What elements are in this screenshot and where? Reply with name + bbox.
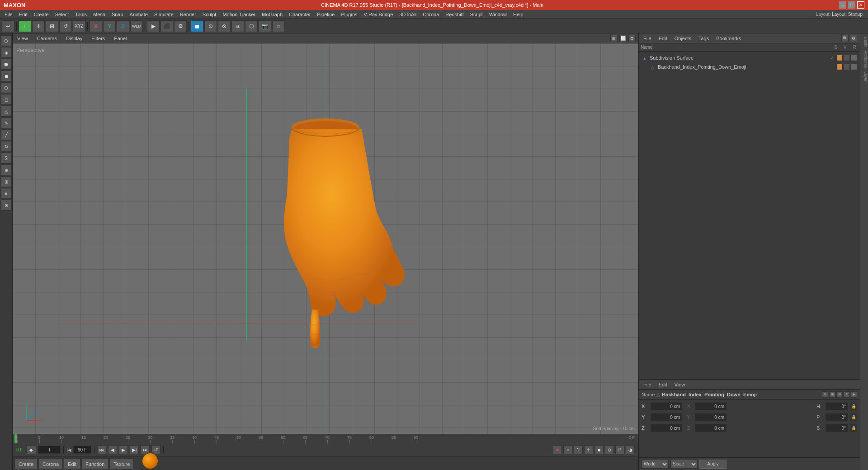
menu-redshift[interactable]: Redshift — [443, 10, 466, 19]
z-lock-btn[interactable]: 🔒 — [850, 424, 857, 432]
x-position-input[interactable] — [651, 402, 682, 410]
obj-menu-file[interactable]: File — [642, 36, 653, 41]
attr-icon-4[interactable]: ↻ — [844, 391, 850, 398]
render-view-btn[interactable]: ⬛ — [160, 20, 173, 32]
attr-icon-5[interactable]: ▶ — [851, 391, 857, 398]
obj-menu-tags[interactable]: Tags — [697, 36, 711, 41]
x-lock-btn[interactable]: 🔒 — [850, 402, 857, 410]
b-rotation-input[interactable] — [826, 424, 848, 432]
scale-tool[interactable]: ⊞ — [46, 20, 58, 32]
vp-fullscreen-btn[interactable]: ⬜ — [619, 35, 627, 42]
undo-button[interactable]: ↩ — [2, 20, 14, 32]
viewport-menu-filters[interactable]: Filters — [90, 36, 107, 41]
menu-sculpt[interactable]: Sculpt — [200, 10, 219, 19]
auto-key-btn[interactable]: ○ — [563, 445, 572, 454]
menu-script[interactable]: Script — [467, 10, 486, 19]
y-position-input[interactable] — [651, 413, 682, 421]
left-tool-9[interactable]: ╱ — [1, 129, 12, 140]
left-tool-13[interactable]: ⊞ — [1, 176, 12, 187]
obj-settings-btn[interactable]: ⚙ — [850, 35, 857, 42]
left-tool-10[interactable]: ↻ — [1, 141, 12, 152]
left-tool-1[interactable]: ⬡ — [1, 35, 12, 46]
y-axis-btn[interactable]: Y — [103, 20, 116, 32]
key-settings-btn[interactable]: ? — [574, 445, 583, 454]
menu-plugins[interactable]: Plugins — [338, 10, 360, 19]
play-btn[interactable]: ▶ — [119, 445, 128, 454]
light-btn[interactable]: ☼ — [272, 20, 285, 32]
menu-3dtoall[interactable]: 3DToAll — [396, 10, 419, 19]
menu-pipeline[interactable]: Pipeline — [314, 10, 337, 19]
menu-snap[interactable]: Snap — [109, 10, 126, 19]
next-key-btn[interactable]: ⊙ — [605, 445, 614, 454]
scene-btn[interactable]: ⬡ — [245, 20, 258, 32]
left-tool-3[interactable]: ⬢ — [1, 59, 12, 70]
attr-icon-1[interactable]: ≡ — [822, 391, 828, 398]
render-settings-btn[interactable]: ⚙ — [174, 20, 187, 32]
menu-edit[interactable]: Edit — [16, 10, 30, 19]
left-tool-11[interactable]: S — [1, 153, 12, 164]
x-size-input[interactable] — [695, 402, 726, 410]
left-tool-6[interactable]: ◻ — [1, 94, 12, 105]
obj-menu-edit[interactable]: Edit — [657, 36, 669, 41]
camera-btn[interactable]: 📷 — [259, 20, 271, 32]
menu-file[interactable]: File — [2, 10, 15, 19]
new-button[interactable]: + — [19, 20, 31, 32]
menu-motiontracker[interactable]: Motion Tracker — [220, 10, 258, 19]
keyframe-btn[interactable]: ◆ — [26, 445, 36, 454]
apply-button[interactable]: Apply — [699, 460, 726, 469]
nurbs-btn[interactable]: ⊗ — [218, 20, 231, 32]
maximize-button[interactable]: □ — [848, 1, 855, 9]
left-tool-7[interactable]: △ — [1, 106, 12, 117]
menu-corona[interactable]: Corona — [420, 10, 442, 19]
mat-tab-function[interactable]: Function — [81, 458, 108, 469]
attr-icon-2[interactable]: ⊞ — [829, 391, 835, 398]
mat-tab-create[interactable]: Create — [14, 458, 38, 469]
world-btn[interactable]: WLD — [130, 20, 143, 32]
scale-select[interactable]: Scale — [670, 460, 698, 469]
render-btn[interactable]: ▶ — [147, 20, 160, 32]
menu-animate[interactable]: Animate — [127, 10, 151, 19]
object-backhand-mesh[interactable]: △ Backhand_Index_Pointing_Down_Emoji — [641, 62, 858, 71]
left-tool-5[interactable]: ⬡ — [1, 82, 12, 93]
menu-window[interactable]: Window — [486, 10, 509, 19]
menu-render[interactable]: Render — [177, 10, 199, 19]
viewport-menu-panel[interactable]: Panel — [112, 36, 128, 41]
attr-menu-view[interactable]: View — [673, 382, 687, 387]
prev-frame-btn[interactable]: ◀ — [108, 445, 117, 454]
attr-menu-file[interactable]: File — [642, 382, 653, 387]
viewport-menu-view[interactable]: View — [15, 36, 30, 41]
object-subdivision-surface[interactable]: ▲ Subdivision Surface ✓ — [641, 53, 858, 62]
deform-btn[interactable]: ≋ — [231, 20, 244, 32]
vp-layout-btn[interactable]: ⊞ — [610, 35, 618, 42]
menu-vray[interactable]: V-Ray Bridge — [361, 10, 396, 19]
h-rotation-input[interactable] — [826, 402, 848, 410]
cube-btn[interactable]: ◼ — [191, 20, 203, 32]
p-rotation-input[interactable] — [826, 413, 848, 421]
remove-keyframe-btn[interactable]: ■ — [594, 445, 604, 454]
left-tool-15[interactable]: ⊗ — [1, 200, 12, 211]
left-tool-2[interactable]: ◈ — [1, 47, 12, 58]
z-size-input[interactable] — [695, 424, 726, 432]
axis-tool[interactable]: XYZ — [73, 20, 85, 32]
close-button[interactable]: ✕ — [857, 1, 864, 9]
attr-menu-edit[interactable]: Edit — [657, 382, 669, 387]
left-tool-12[interactable]: ⊕ — [1, 164, 12, 175]
far-tab-basic[interactable]: Basic — [861, 35, 868, 49]
viewport-canvas[interactable]: Perspective — [13, 43, 638, 434]
y-lock-btn[interactable]: 🔒 — [850, 413, 857, 421]
end-frame-input[interactable] — [73, 446, 91, 454]
menu-simulate[interactable]: Simulate — [151, 10, 176, 19]
obj-menu-objects[interactable]: Objects — [673, 36, 693, 41]
z-position-input[interactable] — [651, 424, 682, 432]
add-keyframe-btn[interactable]: ✛ — [584, 445, 593, 454]
viewport-menu-display[interactable]: Display — [64, 36, 84, 41]
menu-tools[interactable]: Tools — [72, 10, 90, 19]
menu-mesh[interactable]: Mesh — [90, 10, 108, 19]
record-btn[interactable]: ● — [553, 445, 562, 454]
left-tool-14[interactable]: ≡ — [1, 188, 12, 199]
obj-search-btn[interactable]: 🔍 — [841, 35, 849, 42]
y-size-input[interactable] — [695, 413, 726, 421]
attr-icon-3[interactable]: ≋ — [836, 391, 843, 398]
rotate-tool[interactable]: ↺ — [59, 20, 72, 32]
mat-tab-corona[interactable]: Corona — [38, 458, 63, 469]
